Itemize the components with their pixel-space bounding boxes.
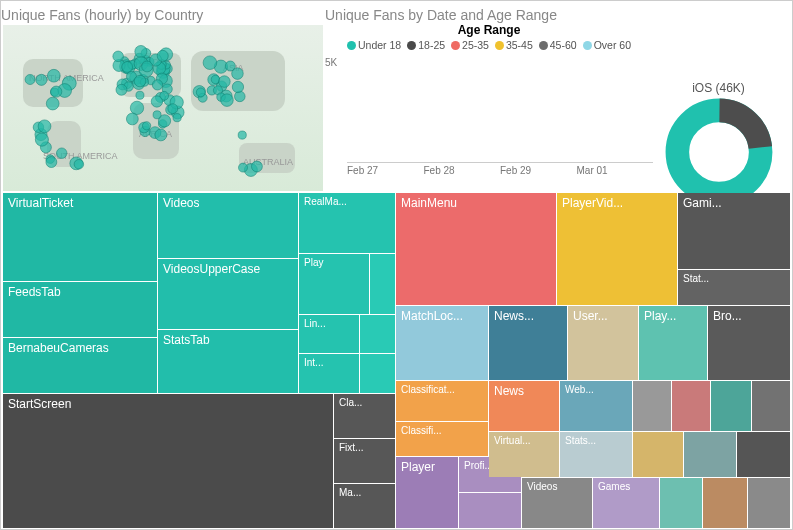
svg-point-50 (136, 91, 144, 99)
tile-int[interactable]: Int... (299, 354, 359, 393)
svg-point-98 (47, 69, 60, 82)
tile-matchloc[interactable]: MatchLoc... (396, 306, 488, 380)
tile-videos[interactable]: Videos (158, 193, 298, 258)
svg-point-43 (134, 75, 146, 87)
svg-point-90 (232, 68, 244, 80)
svg-point-57 (130, 101, 143, 114)
donut-ios-label: iOS (46K) (651, 81, 786, 95)
svg-point-65 (151, 96, 162, 107)
tile-lin[interactable]: Lin... (299, 315, 359, 353)
svg-point-93 (221, 94, 234, 107)
tile-feedstab[interactable]: FeedsTab (3, 282, 157, 337)
svg-point-92 (196, 88, 205, 97)
tile-startscreen[interactable]: StartScreen (3, 394, 333, 528)
tile-ma[interactable]: Ma... (334, 484, 395, 528)
tile-bernabeu[interactable]: BernabeuCameras (3, 338, 157, 393)
svg-point-69 (74, 159, 84, 169)
svg-point-96 (251, 161, 262, 172)
tile-stats[interactable]: Stats... (560, 432, 632, 477)
tile-news[interactable]: News (489, 381, 559, 431)
svg-point-63 (153, 111, 161, 119)
bar-chart-panel[interactable]: Unique Fans by Date and Age Range Age Ra… (325, 7, 653, 191)
tile-classifi[interactable]: Classifi... (396, 422, 488, 456)
svg-point-102 (46, 97, 59, 110)
tile-user[interactable]: User... (568, 306, 638, 380)
tile-newsdots[interactable]: News... (489, 306, 567, 380)
svg-point-73 (46, 157, 57, 168)
svg-point-84 (219, 76, 231, 88)
svg-point-44 (152, 80, 162, 90)
svg-point-89 (232, 81, 243, 92)
tile-lin2[interactable] (360, 315, 395, 353)
svg-point-72 (38, 120, 51, 133)
svg-point-34 (113, 51, 124, 62)
legend-title: Age Range (325, 23, 653, 37)
tile-bro[interactable]: Bro... (708, 306, 790, 380)
tile-play2[interactable] (370, 254, 395, 314)
tile-mainmenu[interactable]: MainMenu (396, 193, 556, 305)
svg-point-27 (135, 45, 147, 57)
svg-point-99 (25, 74, 35, 84)
tile-web[interactable]: Web... (560, 381, 632, 431)
svg-point-81 (235, 91, 246, 102)
svg-point-32 (157, 50, 168, 61)
svg-point-53 (155, 129, 167, 141)
tile-int2[interactable] (360, 354, 395, 393)
tile-statstab[interactable]: StatsTab (158, 330, 298, 393)
bar-title: Unique Fans by Date and Age Range (325, 7, 653, 23)
treemap[interactable]: VirtualTicket FeedsTab BernabeuCameras V… (3, 193, 790, 527)
tile-classificat[interactable]: Classificat... (396, 381, 488, 421)
tile-cla[interactable]: Cla... (334, 394, 395, 438)
svg-point-42 (142, 61, 153, 72)
tile-stat[interactable]: Stat... (678, 270, 790, 305)
svg-point-45 (116, 84, 127, 95)
tile-videos2[interactable]: Videos (522, 478, 592, 528)
map-chart[interactable]: NORTH AMERICA SOUTH AMERICA AFRICA EUROP… (3, 25, 323, 191)
tile-realma[interactable]: RealMa... (299, 193, 395, 253)
tile-gami[interactable]: Gami... (678, 193, 790, 269)
svg-point-49 (173, 114, 181, 122)
svg-point-101 (36, 74, 47, 85)
tile-virtual[interactable]: Virtual... (489, 432, 559, 477)
svg-point-83 (211, 75, 219, 83)
svg-point-62 (126, 113, 138, 125)
svg-point-56 (142, 122, 150, 130)
svg-point-86 (203, 56, 217, 70)
y-tick: 5K (325, 57, 337, 68)
tile-playdots[interactable]: Play... (639, 306, 707, 380)
svg-point-68 (56, 148, 66, 158)
tile-videosupper[interactable]: VideosUpperCase (158, 259, 298, 329)
svg-point-33 (122, 62, 133, 73)
svg-point-97 (239, 163, 248, 172)
tile-games[interactable]: Games (593, 478, 659, 528)
legend: Under 1818-2525-3535-4545-60Over 60 (325, 39, 653, 51)
tile-play[interactable]: Play (299, 254, 369, 314)
svg-point-105 (51, 86, 62, 97)
svg-point-64 (168, 104, 178, 114)
svg-point-75 (35, 133, 48, 146)
tile-playervid[interactable]: PlayerVid... (557, 193, 677, 305)
tile-player[interactable]: Player (396, 457, 458, 528)
tile-fixt[interactable]: Fixt... (334, 439, 395, 483)
tile-virtualticket[interactable]: VirtualTicket (3, 193, 157, 281)
map-title: Unique Fans (hourly) by Country (1, 7, 203, 23)
svg-point-95 (238, 131, 246, 139)
